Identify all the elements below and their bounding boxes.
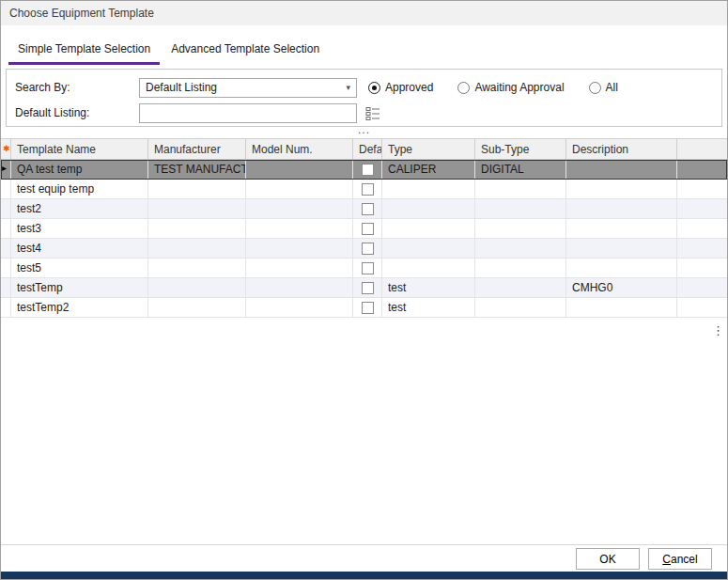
approval-radio-group: ApprovedAwaiting ApprovalAll [368, 81, 618, 94]
cell-model-num [246, 160, 353, 180]
cell-type: CALIPER [382, 160, 475, 180]
default-listing-input[interactable] [139, 103, 357, 123]
radio-label: All [606, 81, 618, 94]
cell-type: test [382, 278, 475, 298]
dialog-bottom-accent-strip [1, 572, 727, 579]
cell-model-num [246, 219, 353, 239]
cell-sub-type [475, 278, 566, 298]
cell-manufacturer [148, 239, 246, 259]
list-picker-icon [365, 106, 380, 120]
table-row[interactable]: test equip temp [1, 180, 727, 199]
tab-simple-template-selection[interactable]: Simple Template Selection [8, 37, 160, 65]
cell-filler [677, 160, 727, 180]
cell-template-name: testTemp2 [11, 298, 148, 318]
radio-awaiting-approval[interactable]: Awaiting Approval [457, 81, 564, 94]
cell-model-num [246, 278, 353, 298]
cell-type [382, 219, 475, 239]
cell-manufacturer [148, 180, 246, 199]
cell-sub-type [475, 298, 566, 318]
required-star-icon: ✱ [3, 144, 10, 153]
panel-collapse-splitter[interactable]: ... [1, 127, 727, 138]
table-row[interactable]: test5 [1, 259, 727, 278]
cell-sub-type: DIGITAL [475, 160, 566, 180]
row-indicator [1, 259, 11, 278]
cell-default [353, 160, 382, 180]
cell-sub-type [475, 259, 566, 278]
cell-sub-type [475, 219, 566, 239]
column-header-description[interactable]: Description [566, 139, 677, 159]
default-checkbox[interactable] [362, 223, 374, 235]
cell-model-num [246, 199, 353, 219]
cell-description: CMHG0 [566, 278, 677, 298]
column-header-type[interactable]: Type [382, 139, 475, 159]
grid-indicator-header: ✱ [1, 139, 11, 159]
column-header-template-name[interactable]: Template Name [11, 139, 148, 159]
default-checkbox[interactable] [362, 282, 374, 294]
dialog-title: Choose Equipment Template [9, 7, 154, 20]
table-row[interactable]: testTemptestCMHG0 [1, 278, 727, 298]
cell-sub-type [475, 180, 566, 199]
table-row[interactable]: test3 [1, 219, 727, 239]
column-header-sub-type[interactable]: Sub-Type [475, 139, 566, 159]
cell-model-num [246, 239, 353, 259]
default-checkbox[interactable] [362, 164, 374, 176]
cell-default [353, 278, 382, 298]
search-by-dropdown[interactable]: Default Listing ▾ [139, 78, 357, 98]
default-listing-picker-button[interactable] [364, 104, 382, 121]
row-indicator [1, 298, 11, 318]
cell-default [353, 259, 382, 278]
cell-filler [677, 259, 727, 278]
row-indicator [1, 219, 11, 239]
choose-equipment-template-dialog: Choose Equipment Template Simple Templat… [0, 0, 728, 580]
tab-advanced-template-selection[interactable]: Advanced Template Selection [162, 37, 329, 65]
cell-description [566, 239, 677, 259]
grid-header-row: ✱ Template NameManufacturerModel Num.Def… [1, 139, 727, 160]
search-by-row: Search By: Default Listing ▾ ApprovedAwa… [15, 77, 721, 98]
default-listing-row: Default Listing: [15, 102, 721, 123]
cancel-button[interactable]: Cancel [648, 548, 712, 570]
column-header-model-num[interactable]: Model Num. [246, 139, 353, 159]
default-listing-label: Default Listing: [15, 106, 139, 119]
cell-default [353, 199, 382, 219]
column-header-manufacturer[interactable]: Manufacturer [148, 139, 246, 159]
cell-description [566, 298, 677, 318]
cell-model-num [246, 298, 353, 318]
column-header-filler [677, 139, 727, 159]
cell-manufacturer [148, 298, 246, 318]
radio-all[interactable]: All [589, 81, 618, 94]
table-row[interactable]: testTemp2test [1, 298, 727, 318]
cell-manufacturer [148, 199, 246, 219]
default-checkbox[interactable] [362, 262, 374, 274]
cell-manufacturer [148, 219, 246, 239]
cell-filler [677, 219, 727, 239]
row-indicator [1, 180, 11, 199]
cell-template-name: test4 [11, 239, 148, 259]
column-header-defaul[interactable]: Defaul [353, 139, 382, 159]
table-row[interactable]: test4 [1, 239, 727, 259]
ok-button[interactable]: OK [576, 548, 640, 570]
cell-description [566, 219, 677, 239]
cell-description [566, 259, 677, 278]
cell-filler [677, 180, 727, 199]
titlebar: Choose Equipment Template [1, 1, 727, 25]
table-row[interactable]: ▸QA test tempTEST MANUFACTURCALIPERDIGIT… [1, 160, 727, 180]
table-row[interactable]: test2 [1, 199, 727, 219]
grid-splitter-handle-icon[interactable]: ⋮ [712, 328, 724, 334]
default-checkbox[interactable] [362, 183, 374, 196]
cell-type: test [382, 298, 475, 318]
cell-template-name: test equip temp [11, 180, 148, 199]
default-checkbox[interactable] [362, 243, 374, 255]
cell-template-name: test2 [11, 199, 148, 219]
cell-default [353, 180, 382, 199]
grid-body: ▸QA test tempTEST MANUFACTURCALIPERDIGIT… [1, 160, 727, 318]
row-indicator [1, 278, 11, 298]
cell-type [382, 239, 475, 259]
radio-approved[interactable]: Approved [368, 81, 433, 94]
default-checkbox[interactable] [362, 203, 374, 215]
row-indicator [1, 199, 11, 219]
default-checkbox[interactable] [362, 302, 374, 314]
radio-circle-icon [589, 82, 601, 94]
cell-description [566, 180, 677, 199]
cell-sub-type [475, 239, 566, 259]
cell-type [382, 259, 475, 278]
